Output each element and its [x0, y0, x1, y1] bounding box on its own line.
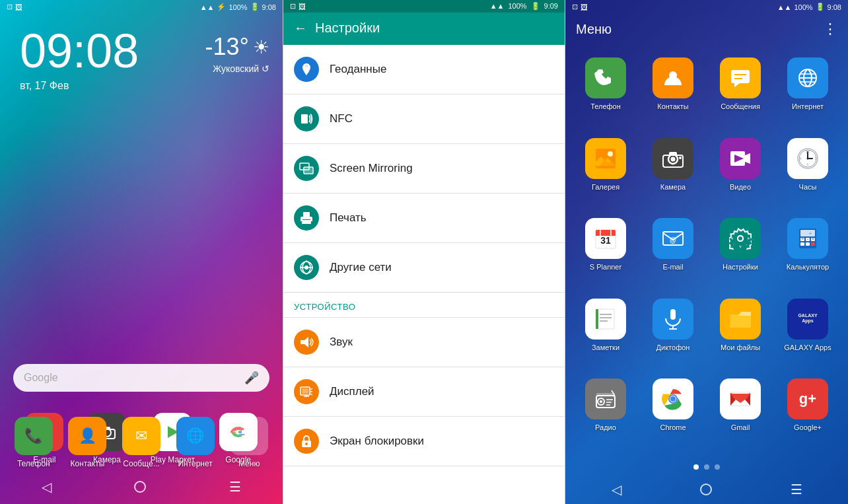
app-phone[interactable]: Телефон [572, 51, 639, 131]
app-calculator[interactable]: ÷ + - × Калькулятор [774, 211, 841, 292]
app-galaxyapps-icon: GALAXY Apps [787, 299, 828, 340]
apps-battery-text: 100% [794, 3, 812, 11]
bottom-messages[interactable]: ✉ Сообще... [122, 417, 160, 468]
settings-screenshot-icon: ⊡ [290, 2, 296, 11]
app-email-icon: @ [653, 218, 693, 259]
lock-back-button[interactable]: ◁ [42, 479, 52, 495]
svg-point-89 [600, 400, 602, 403]
svg-text:9: 9 [800, 157, 802, 161]
dot-2[interactable] [704, 464, 709, 470]
app-settings-icon [720, 218, 761, 259]
svg-rect-9 [252, 435, 256, 439]
app-chrome-icon [653, 378, 693, 419]
settings-item-print[interactable]: Печать [283, 194, 565, 243]
bottom-contacts-icon: 👤 [68, 417, 106, 455]
settings-panel: ⊡ 🖼 ▲▲ 100% 🔋 9:09 ← Настройки Геоданные [283, 0, 565, 504]
app-gmail[interactable]: Gmail [707, 372, 774, 452]
svg-rect-4 [242, 430, 246, 434]
lock-battery-text: 100% [229, 3, 247, 11]
bottom-menu-icon [230, 417, 268, 455]
svg-rect-11 [247, 441, 251, 445]
app-gallery[interactable]: Галерея [572, 131, 639, 212]
app-video-label: Видео [730, 183, 751, 192]
lock-mic-icon[interactable]: 🎤 [244, 371, 259, 385]
svg-rect-79 [596, 309, 598, 329]
settings-item-nfc[interactable]: NFC [283, 94, 565, 144]
dot-1[interactable] [693, 464, 699, 470]
app-contacts[interactable]: Контакты [639, 51, 707, 131]
app-camera[interactable]: Камера [639, 131, 707, 212]
app-splanner[interactable]: 31 S Planner [572, 211, 639, 292]
app-chrome[interactable]: Chrome [639, 372, 707, 452]
app-recorder-label: Диктофон [656, 343, 690, 352]
lock-search-label: Google [24, 372, 58, 384]
svg-text:3: 3 [815, 157, 817, 161]
app-myfiles[interactable]: Мои файлы [707, 292, 774, 373]
lock-screenshot-icon: ⊡ [7, 3, 13, 11]
svg-rect-19 [303, 212, 310, 217]
app-messages[interactable]: Сообщения [707, 51, 774, 131]
bottom-menu-label: Меню [238, 459, 260, 468]
apps-more-button[interactable]: ⋮ [823, 20, 837, 38]
app-calculator-label: Калькулятор [787, 263, 829, 271]
print-icon [294, 205, 319, 231]
bottom-messages-label: Сообще... [123, 459, 159, 468]
app-clock[interactable]: 6 12 9 3 Часы [774, 131, 841, 212]
app-messages-label: Сообщения [721, 102, 760, 111]
bottom-phone[interactable]: 📞 Телефон [15, 417, 53, 468]
svg-text:×: × [812, 236, 815, 242]
app-galaxyapps[interactable]: GALAXY Apps GALAXY Apps [774, 292, 841, 373]
apps-image-icon: 🖼 [581, 3, 588, 11]
app-recorder[interactable]: Диктофон [639, 292, 707, 373]
settings-title: Настройки [315, 20, 380, 36]
apps-home-button[interactable] [700, 484, 712, 495]
settings-item-other-networks[interactable]: Другие сети [283, 243, 565, 293]
apps-back-button[interactable]: ◁ [612, 482, 621, 497]
svg-rect-12 [252, 441, 256, 445]
bottom-contacts[interactable]: 👤 Контакты [68, 417, 106, 468]
lock-search-bar[interactable]: Google 🎤 [13, 364, 269, 392]
apps-menu-button[interactable]: ☰ [791, 482, 802, 497]
lock-refresh-icon[interactable]: ↺ [262, 63, 269, 74]
app-internet[interactable]: Интернет [774, 51, 841, 131]
app-settings[interactable]: Настройки [707, 211, 774, 292]
lock-home-button[interactable] [134, 481, 146, 493]
app-gallery-label: Галерея [592, 183, 619, 192]
app-gmail-icon [720, 378, 761, 419]
settings-item-sound[interactable]: Звук [283, 318, 565, 367]
app-radio[interactable]: Радио [572, 372, 639, 452]
settings-item-geodata[interactable]: Геоданные [283, 45, 565, 94]
lock-signal-icon: ▲▲ [200, 3, 215, 11]
lock-temperature: -13° [205, 33, 249, 61]
settings-item-screen-mirror[interactable]: Screen Mirroring [283, 144, 565, 194]
settings-item-lock-screen[interactable]: Экран блокировки [283, 417, 565, 466]
lock-status-bar: ⊡ 🖼 ▲▲ ⚡ 100% 🔋 9:08 [0, 0, 283, 14]
svg-point-97 [670, 396, 676, 402]
svg-rect-86 [596, 396, 615, 408]
app-googleplus[interactable]: g+ Google+ [774, 372, 841, 452]
sound-label: Звук [330, 336, 353, 349]
lock-wifi-icon: ⚡ [217, 3, 226, 11]
svg-rect-75 [597, 309, 614, 329]
settings-back-icon[interactable]: ← [294, 20, 307, 36]
settings-item-display[interactable]: Дисплей [283, 367, 565, 417]
svg-text:g+: g+ [799, 390, 816, 407]
app-email[interactable]: @ E-mail [639, 211, 707, 292]
bottom-menu[interactable]: Меню [230, 417, 268, 468]
svg-marker-22 [300, 337, 308, 347]
app-galaxyapps-label: GALAXY Apps [784, 343, 831, 352]
apps-header: Меню ⋮ [565, 14, 848, 44]
app-settings-label: Настройки [723, 263, 758, 271]
bottom-internet[interactable]: 🌐 Интернет [176, 417, 215, 468]
app-video[interactable]: Видео [707, 131, 774, 212]
svg-point-36 [671, 157, 676, 161]
app-camera-label: Камера [660, 183, 686, 192]
lock-menu-button[interactable]: ☰ [229, 479, 241, 495]
app-video-icon [720, 138, 761, 179]
app-notes[interactable]: Заметки [572, 292, 639, 373]
settings-header: ← Настройки [283, 13, 565, 45]
lock-date-display: вт, 17 Фев [20, 80, 263, 92]
svg-rect-17 [304, 168, 312, 173]
nfc-label: NFC [330, 112, 353, 126]
dot-3[interactable] [715, 464, 720, 470]
